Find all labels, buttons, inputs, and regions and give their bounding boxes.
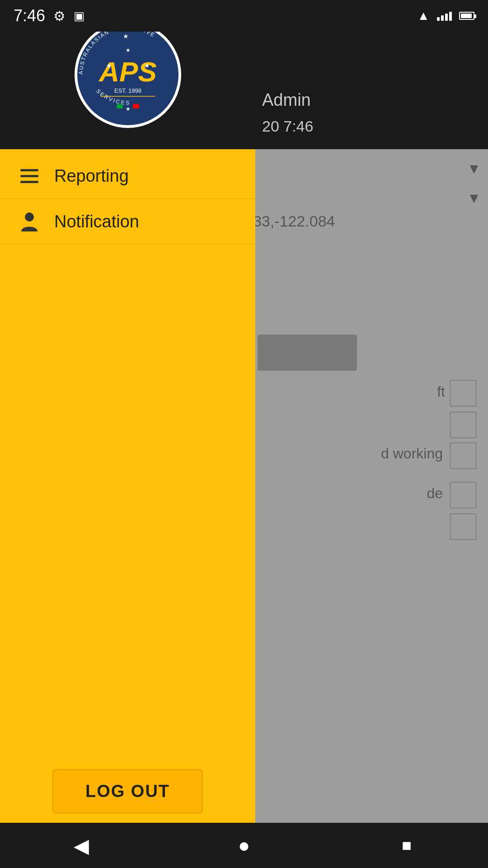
menu-item-reporting-label: Reporting bbox=[54, 166, 129, 186]
home-button[interactable] bbox=[226, 827, 262, 863]
svg-text:APS: APS bbox=[98, 56, 156, 87]
svg-point-17 bbox=[25, 212, 34, 222]
gear-icon: ⚙ bbox=[53, 8, 66, 24]
checkbox-2[interactable] bbox=[450, 411, 477, 439]
svg-rect-14 bbox=[20, 169, 38, 171]
date-text: 20 7:46 bbox=[262, 118, 313, 135]
checkbox-label-4: de bbox=[427, 485, 443, 502]
recents-button[interactable] bbox=[389, 827, 425, 863]
person-icon bbox=[18, 212, 41, 231]
dropdown-arrow-1[interactable]: ▼ bbox=[467, 160, 481, 177]
svg-rect-12 bbox=[133, 104, 139, 108]
status-bar: 7:46 ⚙ ▣ ▲ bbox=[0, 0, 488, 32]
svg-rect-11 bbox=[117, 104, 123, 108]
status-right: ▲ bbox=[417, 9, 474, 23]
coordinates-text: 33,-122.084 bbox=[253, 212, 335, 230]
drawer: ≡ ★ AUSTRALASIAN PROTECTIV bbox=[0, 0, 255, 868]
svg-text:EST. 1998: EST. 1998 bbox=[114, 87, 141, 94]
checkbox-label-1: ft bbox=[437, 383, 445, 400]
status-time: 7:46 bbox=[14, 6, 45, 25]
checkbox-label-3: d working bbox=[381, 445, 443, 462]
back-button[interactable] bbox=[63, 827, 99, 863]
wifi-icon: ▲ bbox=[417, 9, 430, 23]
svg-rect-15 bbox=[20, 175, 38, 177]
input-box[interactable] bbox=[258, 335, 357, 371]
battery-icon bbox=[459, 12, 474, 20]
sim-icon: ▣ bbox=[74, 9, 85, 23]
aps-logo: ★ AUSTRALASIAN PROTECTIVE APS ★ ★ ★ EST.… bbox=[74, 20, 182, 129]
svg-rect-16 bbox=[20, 181, 38, 183]
menu-item-notification[interactable]: Notification bbox=[0, 199, 255, 245]
svg-text:★: ★ bbox=[122, 33, 128, 40]
logout-area: LOG OUT bbox=[0, 751, 255, 832]
logout-button[interactable]: LOG OUT bbox=[52, 769, 203, 814]
status-left: 7:46 ⚙ ▣ bbox=[14, 6, 85, 25]
menu-item-reporting[interactable]: Reporting bbox=[0, 154, 255, 199]
checkbox-1[interactable] bbox=[450, 380, 477, 407]
menu-item-notification-label: Notification bbox=[54, 212, 139, 231]
svg-text:★: ★ bbox=[144, 62, 150, 69]
nav-bar bbox=[0, 823, 488, 868]
drawer-menu: Reporting Notification bbox=[0, 149, 255, 751]
checkbox-5[interactable] bbox=[450, 513, 477, 540]
signal-icon bbox=[437, 11, 452, 21]
svg-text:★: ★ bbox=[106, 62, 112, 69]
menu-lines-icon bbox=[18, 169, 41, 184]
svg-text:★: ★ bbox=[125, 47, 130, 53]
checkbox-3[interactable] bbox=[450, 442, 477, 469]
checkbox-4[interactable] bbox=[450, 481, 477, 509]
admin-text: Admin bbox=[262, 90, 311, 110]
dropdown-arrow-2[interactable]: ▼ bbox=[467, 190, 481, 207]
svg-text:★: ★ bbox=[125, 106, 130, 112]
